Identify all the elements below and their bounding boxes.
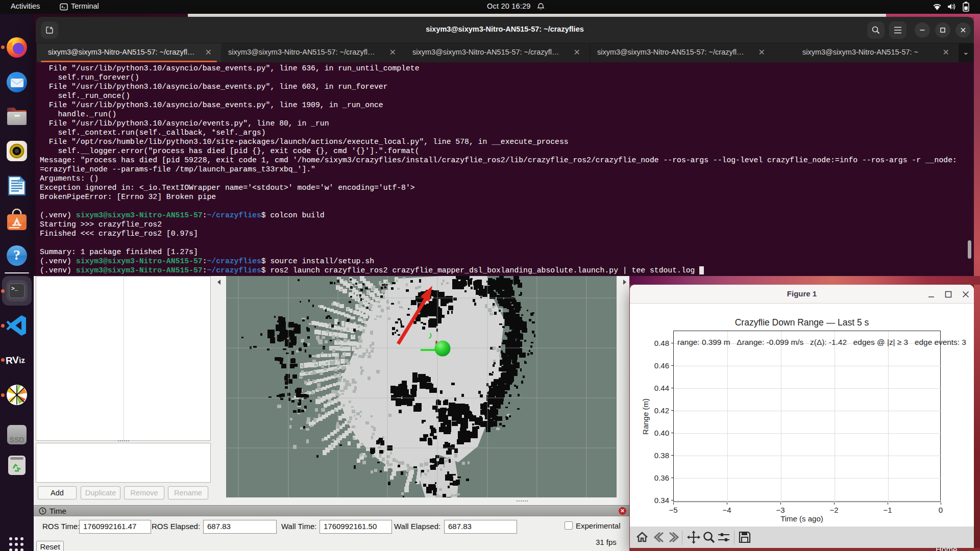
svg-text:?: ? [13, 247, 20, 263]
svg-text:>_: >_ [11, 286, 18, 292]
svg-text:SSD: SSD [10, 436, 24, 444]
svg-text:RViz: RViz [5, 354, 25, 366]
